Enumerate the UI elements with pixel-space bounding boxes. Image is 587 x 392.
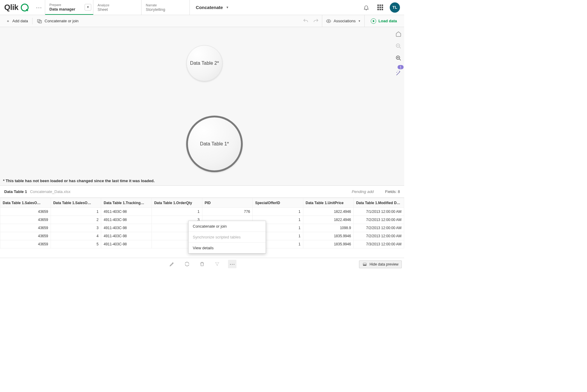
table-bubble-data-table-1[interactable]: Data Table 1* xyxy=(186,116,243,172)
refresh-icon xyxy=(184,261,190,267)
preview-header: Data Table 1 Concatenate_Data.xlsx Pendi… xyxy=(0,185,404,198)
notifications-button[interactable] xyxy=(362,3,370,12)
chevron-down-icon: ▼ xyxy=(358,20,361,23)
home-icon xyxy=(395,31,401,37)
table-cell: 43659 xyxy=(0,232,51,240)
app-more-button[interactable]: ⋯ xyxy=(33,0,45,15)
svg-point-2 xyxy=(328,20,329,22)
edit-table-button[interactable] xyxy=(168,260,176,268)
table-row[interactable]: 4365914911-403C-98177611822.49467/1/2013… xyxy=(0,208,404,216)
svg-rect-6 xyxy=(363,265,367,266)
grid-icon xyxy=(377,5,383,10)
table-cell: 7/2/2013 12:00:00 AM xyxy=(354,216,404,224)
brand-text: Qlik xyxy=(4,3,18,12)
hide-data-preview-button[interactable]: Hide data preview xyxy=(359,260,402,268)
column-header[interactable]: Data Table 1.Modified Date xyxy=(354,198,404,208)
bell-icon xyxy=(363,5,369,11)
fields-count: Fields: 8 xyxy=(385,189,400,194)
plus-icon: ＋ xyxy=(6,18,10,24)
table-cell: 4911-403C-98 xyxy=(101,208,152,216)
column-header[interactable]: PID xyxy=(202,198,253,208)
recommendations-badge: 1 xyxy=(398,65,404,69)
table-cell: 43659 xyxy=(0,208,51,216)
nav-tab-small: Analyze xyxy=(98,3,137,7)
table-bubble-data-table-2[interactable]: Data Table 2* xyxy=(186,45,223,81)
hide-preview-label: Hide data preview xyxy=(370,262,398,266)
redo-icon xyxy=(313,18,319,24)
column-header[interactable]: Data Table 1.Tracking… xyxy=(101,198,152,208)
assoc-label: Associations xyxy=(334,19,356,23)
column-header[interactable]: Data Table 1.SalesO… xyxy=(51,198,101,208)
more-actions-button[interactable]: ⋯ xyxy=(228,260,236,268)
table-cell: 4911-403C-98 xyxy=(101,224,152,232)
nav-tab-small: Prepare xyxy=(49,3,89,7)
undo-button[interactable] xyxy=(301,17,310,25)
zoom-out-icon xyxy=(395,43,401,49)
delete-table-button[interactable] xyxy=(198,260,206,268)
zoom-in-button[interactable] xyxy=(395,54,402,62)
table-cell: 43659 xyxy=(0,216,51,224)
load-label: Load data xyxy=(379,19,397,23)
reload-table-button[interactable] xyxy=(183,260,191,268)
ctx-concatenate-or-join[interactable]: Concatenate or join xyxy=(189,221,266,232)
brand-q-icon xyxy=(21,4,29,11)
table-cell: 776 xyxy=(202,208,253,216)
more-icon: ⋯ xyxy=(36,4,42,11)
nav-tab-sheet[interactable]: AnalyzeSheet xyxy=(93,0,142,15)
add-data-button[interactable]: ＋ Add data xyxy=(3,17,31,26)
more-icon: ⋯ xyxy=(229,261,235,267)
recommendations-button[interactable] xyxy=(395,69,402,77)
preview-source: Concatenate_Data.xlsx xyxy=(30,189,70,194)
user-avatar[interactable]: TL xyxy=(390,2,400,13)
home-button[interactable] xyxy=(395,30,402,38)
canvas-footnote: * This table has not been loaded or has … xyxy=(3,179,155,183)
app-name: Concatenate xyxy=(196,5,223,10)
concat-label: Concatenate or join xyxy=(45,19,79,23)
zoom-in-icon xyxy=(395,55,401,61)
play-icon xyxy=(371,18,376,24)
add-data-label: Add data xyxy=(12,19,28,23)
wand-icon xyxy=(395,70,401,76)
brand-logo: Qlik xyxy=(0,0,33,15)
load-data-button[interactable]: Load data xyxy=(367,15,401,27)
table-cell: 7/2/2013 12:00:00 AM xyxy=(354,232,404,240)
table-cell: 43659 xyxy=(0,224,51,232)
chevron-down-icon[interactable]: ▼ xyxy=(85,4,91,11)
table-cell: 4 xyxy=(51,232,101,240)
table-cell: 7/2/2013 12:00:00 AM xyxy=(354,224,404,232)
chevron-down-icon: ▼ xyxy=(226,6,229,9)
column-header[interactable]: SpecialOfferID xyxy=(253,198,303,208)
undo-icon xyxy=(303,18,309,24)
associations-canvas[interactable]: Data Table 2* Data Table 1* * This table… xyxy=(0,27,404,185)
bubble-label: Data Table 1* xyxy=(200,141,229,147)
table-cell: 1098.9 xyxy=(303,224,354,232)
app-crumb[interactable]: Concatenate ▼ xyxy=(190,0,235,15)
toolbar-divider xyxy=(32,18,33,24)
table-cell: 7/1/2013 12:00:00 AM xyxy=(354,208,404,216)
ctx-synchronize-scripted: Synchronize scripted tables xyxy=(189,232,266,242)
nav-tab-data-manager[interactable]: PrepareData manager▼ xyxy=(45,0,93,15)
table-cell: 4911-403C-98 xyxy=(101,240,152,248)
redo-button[interactable] xyxy=(312,17,320,25)
table-cell: 1822.4946 xyxy=(303,216,354,224)
zoom-out-button[interactable] xyxy=(395,42,402,50)
table-cell: 1835.9946 xyxy=(303,240,354,248)
nav-tab-small: Narrate xyxy=(146,3,185,7)
column-header[interactable]: Data Table 1.SalesO… xyxy=(0,198,51,208)
column-header[interactable]: Data Table 1.OrderQty xyxy=(151,198,202,208)
table-cell: 3 xyxy=(51,224,101,232)
table-cell: 4911-403C-98 xyxy=(101,216,152,224)
view-mode-dropdown[interactable]: Associations ▼ xyxy=(322,15,365,27)
trash-icon xyxy=(199,261,205,267)
concatenate-icon xyxy=(37,18,42,24)
table-cell: 2 xyxy=(51,216,101,224)
nav-tab-storytelling[interactable]: NarrateStorytelling xyxy=(142,0,190,15)
column-header[interactable]: Data Table 1.UnitPrice xyxy=(303,198,354,208)
filter-icon xyxy=(214,261,220,267)
ctx-view-details[interactable]: View details xyxy=(189,243,266,253)
table-cell: 1 xyxy=(51,208,101,216)
concat-join-button[interactable]: Concatenate or join xyxy=(34,17,82,26)
app-launcher-button[interactable] xyxy=(376,3,384,12)
table-cell: 4911-403C-98 xyxy=(101,232,152,240)
table-context-menu: Concatenate or join Synchronize scripted… xyxy=(188,221,266,254)
